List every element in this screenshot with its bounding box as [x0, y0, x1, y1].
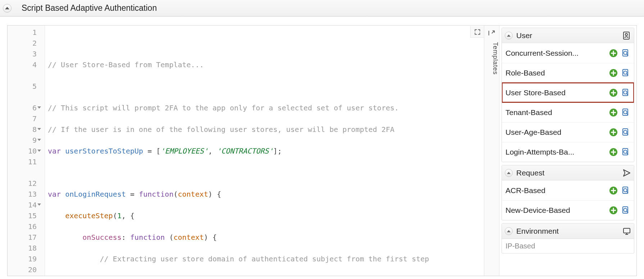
user-doc-icon — [622, 31, 631, 40]
chevron-up-icon — [505, 32, 513, 40]
line-number: 1 — [8, 27, 42, 38]
collapse-panel-icon — [487, 29, 495, 37]
punct: = — [126, 190, 139, 198]
comment: // User Store-Based from Template... — [48, 60, 204, 69]
view-template-button[interactable] — [621, 68, 630, 78]
send-icon — [622, 169, 631, 177]
comment: // This script will prompt 2FA to the ap… — [48, 104, 399, 112]
template-group-user: User Concurrent-Session... Role-Based — [502, 28, 634, 162]
view-template-button[interactable] — [621, 128, 630, 137]
line-number[interactable]: 14 — [8, 200, 42, 210]
template-group-header[interactable]: User — [502, 28, 634, 43]
line-number[interactable]: 10 — [8, 146, 42, 156]
view-template-button[interactable] — [621, 186, 630, 195]
kw: var — [48, 147, 61, 155]
template-label: ACR-Based — [505, 186, 609, 195]
template-label: Tenant-Based — [505, 108, 609, 117]
template-group-header[interactable]: Request — [502, 165, 634, 180]
add-template-button[interactable] — [609, 88, 618, 97]
add-template-button[interactable] — [609, 68, 618, 78]
line-number: 19 — [8, 253, 42, 264]
code-tools — [470, 26, 484, 38]
template-label: User-Age-Based — [505, 128, 609, 137]
view-template-button[interactable] — [621, 206, 630, 215]
punct: ( — [165, 233, 173, 242]
template-group-request: Request ACR-Based New-Device-Based — [502, 165, 634, 220]
section-title: Script Based Adaptive Authentication — [22, 3, 157, 13]
line-number: 2 — [8, 38, 42, 49]
templates-panel[interactable]: User Concurrent-Session... Role-Based — [499, 26, 636, 276]
template-group-header[interactable]: Environment — [502, 224, 634, 239]
group-label: User — [516, 31, 532, 40]
line-number: 15 — [8, 210, 42, 221]
template-label: User Store-Based — [505, 88, 609, 97]
line-number: 20 — [8, 264, 42, 275]
line-number[interactable]: 9 — [8, 135, 42, 146]
template-item[interactable]: User-Age-Based — [502, 122, 634, 142]
template-group-environment: Environment IP-Based — [502, 223, 634, 253]
kw: var — [48, 190, 61, 198]
add-template-button[interactable] — [609, 108, 618, 117]
template-item-user-store-based[interactable]: User Store-Based — [502, 83, 634, 102]
template-item[interactable]: New-Device-Based — [502, 200, 634, 220]
code-editor[interactable]: 1 2 3 4 5 6 7 8 9 10 11 12 13 14 15 16 1… — [8, 26, 484, 276]
line-number: 12 — [8, 178, 42, 189]
template-label: IP-Based — [505, 242, 535, 250]
chevron-up-icon — [505, 227, 513, 235]
template-item[interactable]: Tenant-Based — [502, 102, 634, 122]
ident: userStoresToStepUp — [65, 147, 143, 155]
add-template-button[interactable] — [609, 49, 618, 58]
param: context — [173, 233, 204, 242]
templates-tab[interactable]: Templates — [484, 26, 499, 276]
line-number: 17 — [8, 232, 42, 243]
add-template-button[interactable] — [609, 128, 618, 137]
template-item[interactable]: Login-Attempts-Ba... — [502, 142, 634, 162]
comment: // Extracting user store domain of authe… — [100, 255, 429, 263]
template-item[interactable]: Role-Based — [502, 63, 634, 83]
add-template-button[interactable] — [609, 147, 618, 157]
chevron-up-icon — [5, 7, 9, 9]
template-label: Concurrent-Session... — [505, 49, 609, 58]
punct: = [ — [143, 147, 160, 155]
collapse-section-button[interactable] — [3, 4, 12, 13]
punct: : — [122, 233, 130, 242]
add-template-button[interactable] — [609, 186, 618, 195]
comment: // If the user is in one of the followin… — [48, 125, 394, 134]
view-template-button[interactable] — [621, 147, 630, 157]
template-item[interactable]: ACR-Based — [502, 180, 634, 200]
group-label: Request — [516, 169, 544, 177]
kw: function — [130, 233, 165, 242]
line-number[interactable]: 8 — [8, 124, 42, 135]
punct: ) { — [208, 190, 221, 198]
title-bar: Script Based Adaptive Authentication — [0, 0, 644, 17]
string: 'EMPLOYEES' — [160, 147, 208, 155]
view-template-button[interactable] — [621, 49, 630, 58]
punct: , — [208, 147, 217, 155]
num: 1 — [117, 211, 122, 220]
line-number: 5 — [8, 81, 42, 102]
line-number: 3 — [8, 49, 42, 59]
line-gutter: 1 2 3 4 5 6 7 8 9 10 11 12 13 14 15 16 1… — [8, 26, 45, 276]
code-content[interactable]: // User Store-Based from Template... // … — [45, 26, 484, 276]
chevron-up-icon — [505, 169, 513, 177]
view-template-button[interactable] — [621, 108, 630, 117]
template-item[interactable]: Concurrent-Session... — [502, 43, 634, 63]
template-label: Role-Based — [505, 69, 609, 77]
template-item-partial[interactable]: IP-Based — [502, 239, 634, 253]
monitor-icon — [622, 227, 631, 235]
punct: ( — [173, 190, 178, 198]
punct: ]; — [273, 147, 282, 155]
add-template-button[interactable] — [609, 206, 618, 215]
view-template-button[interactable] — [621, 88, 630, 97]
punct: ( — [113, 211, 117, 220]
string: 'CONTRACTORS' — [217, 147, 273, 155]
line-number[interactable]: 6 — [8, 102, 42, 113]
line-number: 13 — [8, 189, 42, 200]
line-number: 18 — [8, 243, 42, 253]
punct: ) { — [204, 233, 217, 242]
fullscreen-button[interactable] — [470, 26, 484, 38]
template-label: Login-Attempts-Ba... — [505, 148, 609, 156]
call: executeStep — [65, 211, 113, 220]
editor-container: 1 2 3 4 5 6 7 8 9 10 11 12 13 14 15 16 1… — [7, 25, 637, 276]
param: context — [178, 190, 208, 198]
